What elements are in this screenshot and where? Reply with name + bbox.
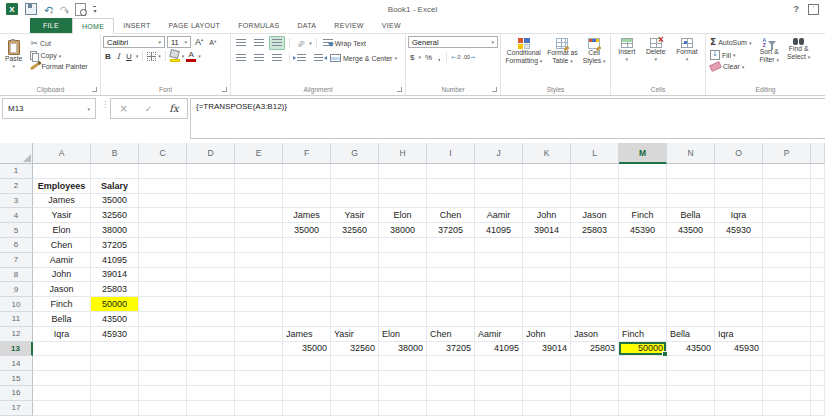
cell[interactable]	[763, 223, 811, 238]
cell[interactable]	[667, 312, 715, 327]
column-header-P[interactable]: P	[763, 143, 811, 164]
cell[interactable]	[475, 238, 523, 253]
cell[interactable]	[571, 238, 619, 253]
cell[interactable]	[139, 282, 187, 297]
number-format-select[interactable]: General▾	[408, 36, 498, 48]
cell[interactable]	[379, 164, 427, 179]
cell[interactable]	[379, 297, 427, 312]
cell[interactable]	[763, 179, 811, 194]
cell[interactable]	[139, 268, 187, 283]
format-as-table-button[interactable]: Format as Table ▾	[545, 36, 580, 83]
cell[interactable]	[523, 164, 571, 179]
cell[interactable]	[475, 386, 523, 401]
cell[interactable]	[139, 371, 187, 386]
cell-G12[interactable]: Yasir	[331, 327, 379, 342]
cell[interactable]	[331, 194, 379, 209]
row-header-4[interactable]: 4	[0, 208, 33, 223]
select-all-corner[interactable]	[0, 143, 33, 164]
cell[interactable]	[715, 356, 763, 371]
cell[interactable]	[379, 312, 427, 327]
cell[interactable]	[187, 282, 235, 297]
cell[interactable]	[235, 371, 283, 386]
column-header-N[interactable]: N	[667, 143, 715, 164]
cell-A4[interactable]: Yasir	[33, 208, 91, 223]
cell[interactable]	[619, 179, 667, 194]
cell[interactable]	[331, 253, 379, 268]
cell[interactable]	[379, 356, 427, 371]
cell[interactable]	[187, 179, 235, 194]
tab-insert[interactable]: INSERT	[114, 18, 159, 33]
cell-B3[interactable]: 35000	[91, 194, 139, 209]
tab-home[interactable]: HOME	[72, 18, 114, 34]
cell[interactable]	[715, 253, 763, 268]
cell[interactable]	[187, 312, 235, 327]
cell-B9[interactable]: 25803	[91, 282, 139, 297]
cell-I5[interactable]: 37205	[427, 223, 475, 238]
cell[interactable]	[571, 386, 619, 401]
row-header-12[interactable]: 12	[0, 327, 33, 342]
cell[interactable]	[235, 179, 283, 194]
cell[interactable]	[619, 238, 667, 253]
cell-F12[interactable]: James	[283, 327, 331, 342]
font-size-select[interactable]: 11▾	[167, 36, 191, 48]
cell[interactable]	[667, 268, 715, 283]
borders-icon[interactable]	[147, 52, 156, 61]
row-header-17[interactable]: 17	[0, 401, 33, 416]
cell[interactable]	[187, 371, 235, 386]
cell[interactable]	[331, 312, 379, 327]
cell[interactable]	[235, 253, 283, 268]
row-header-7[interactable]: 7	[0, 253, 33, 268]
bottom-align-button[interactable]	[269, 36, 285, 50]
cell[interactable]	[139, 253, 187, 268]
cell-B6[interactable]: 37205	[91, 238, 139, 253]
cell-G4[interactable]: Yasir	[331, 208, 379, 223]
cell[interactable]	[91, 342, 139, 357]
cell[interactable]	[379, 371, 427, 386]
cell-I13[interactable]: 37205	[427, 342, 475, 357]
cell[interactable]	[763, 268, 811, 283]
cell[interactable]	[331, 282, 379, 297]
fill-color-button[interactable]	[170, 50, 180, 62]
decrease-indent-button[interactable]	[294, 51, 309, 65]
cell[interactable]	[667, 401, 715, 416]
cell[interactable]	[235, 356, 283, 371]
cell[interactable]	[619, 268, 667, 283]
cell[interactable]	[763, 297, 811, 312]
cut-button[interactable]: ✂Cut	[28, 38, 89, 49]
cell[interactable]	[763, 208, 811, 223]
cell-A10[interactable]: Finch	[33, 297, 91, 312]
cell-B11[interactable]: 43500	[91, 312, 139, 327]
cell[interactable]	[187, 238, 235, 253]
find-select-button[interactable]: Find & Select ▾	[785, 36, 812, 83]
cell-F13[interactable]: 35000	[283, 342, 331, 357]
cell-G13[interactable]: 32560	[331, 342, 379, 357]
cell[interactable]	[427, 386, 475, 401]
cell[interactable]	[715, 371, 763, 386]
cell[interactable]	[811, 208, 825, 223]
cell[interactable]	[667, 356, 715, 371]
cell[interactable]	[571, 297, 619, 312]
cell[interactable]	[235, 238, 283, 253]
cell-F5[interactable]: 35000	[283, 223, 331, 238]
cell[interactable]	[91, 356, 139, 371]
cell-M12[interactable]: Finch	[619, 327, 667, 342]
cell[interactable]	[187, 386, 235, 401]
cell[interactable]	[571, 268, 619, 283]
cell[interactable]	[283, 371, 331, 386]
copy-button[interactable]: Copy▾	[28, 50, 89, 61]
cell[interactable]	[571, 401, 619, 416]
cell[interactable]	[763, 356, 811, 371]
cell-H13[interactable]: 38000	[379, 342, 427, 357]
cell[interactable]	[715, 179, 763, 194]
cell-B10[interactable]: 50000	[91, 297, 139, 312]
cell[interactable]	[763, 238, 811, 253]
column-header-G[interactable]: G	[331, 143, 379, 164]
cell[interactable]	[427, 164, 475, 179]
cell[interactable]	[379, 268, 427, 283]
cell-A12[interactable]: Iqra	[33, 327, 91, 342]
cell[interactable]	[235, 297, 283, 312]
cell[interactable]	[571, 282, 619, 297]
cell-J13[interactable]: 41095	[475, 342, 523, 357]
cancel-entry-icon[interactable]: ×	[119, 103, 127, 114]
row-header-9[interactable]: 9	[0, 282, 33, 297]
